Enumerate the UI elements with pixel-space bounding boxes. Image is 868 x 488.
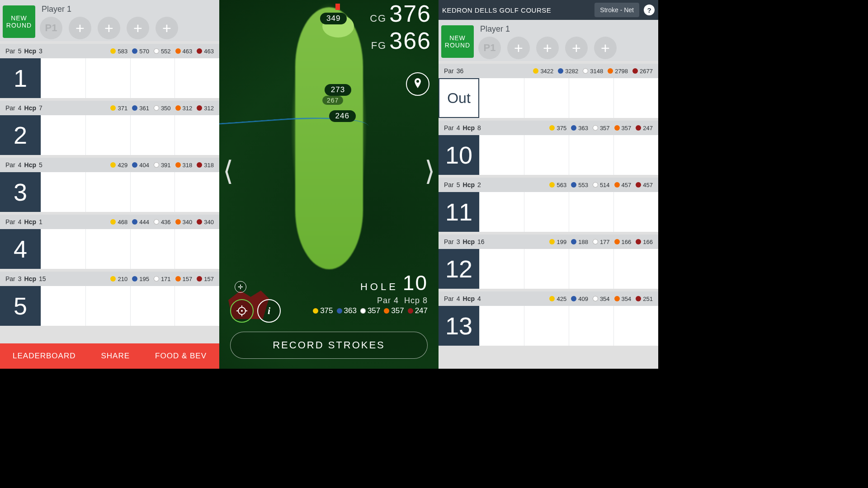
food-bev-button[interactable]: FOOD & BEV [155, 352, 207, 361]
score-cell[interactable] [130, 229, 175, 269]
add-player-button[interactable] [507, 37, 530, 59]
score-cell[interactable] [41, 229, 85, 269]
hole-meta: Par 4 Hcp4 425409354354251 [439, 291, 658, 306]
tee-orange: 357 [384, 306, 404, 315]
tee-dist: 583 [110, 48, 127, 55]
score-cell[interactable] [175, 229, 219, 269]
score-cell[interactable] [41, 58, 85, 98]
score-cell[interactable] [85, 115, 130, 155]
tee-dist: 468 [110, 219, 127, 225]
add-player-button[interactable] [98, 17, 120, 39]
hole-row: Par 4 Hcp4 425409354354251 13 [439, 291, 658, 346]
pin-location-button[interactable] [406, 72, 429, 96]
distance-marker-green[interactable]: 349 [320, 13, 347, 24]
add-player-button[interactable] [156, 17, 178, 39]
next-hole-button[interactable]: ⟩ [425, 155, 435, 187]
score-cell[interactable] [479, 192, 524, 232]
score-cell[interactable] [613, 306, 658, 346]
hole-number-box[interactable]: 5 [0, 286, 41, 326]
gps-target-button[interactable] [230, 299, 254, 323]
score-cell[interactable] [175, 286, 219, 326]
hcp-value: 2 [477, 181, 481, 188]
score-cell[interactable] [613, 249, 658, 289]
score-row: 3 [0, 172, 219, 212]
score-cell[interactable] [479, 249, 524, 289]
add-player-button[interactable] [127, 17, 149, 39]
score-cell[interactable] [479, 135, 524, 175]
leaderboard-button[interactable]: LEADERBOARD [13, 352, 75, 361]
score-cell[interactable] [479, 78, 524, 118]
hole-number-box[interactable]: 3 [0, 172, 41, 212]
hole-number-box[interactable]: 4 [0, 229, 41, 269]
distance-marker-mid1[interactable]: 273 [325, 84, 351, 96]
score-cell[interactable] [613, 135, 658, 175]
score-cell[interactable] [85, 229, 130, 269]
score-cell[interactable] [130, 58, 175, 98]
score-cell[interactable] [569, 78, 613, 118]
add-player-button[interactable] [536, 37, 559, 59]
score-cell[interactable] [85, 172, 130, 212]
score-cell[interactable] [613, 192, 658, 232]
record-strokes-button[interactable]: RECORD STROKES [230, 332, 428, 359]
hole-number-box[interactable]: 12 [439, 249, 479, 289]
share-button[interactable]: SHARE [101, 352, 130, 361]
score-cell[interactable] [613, 78, 658, 118]
score-cell[interactable] [175, 172, 219, 212]
add-player-button[interactable] [565, 37, 588, 59]
tee-dist: 199 [549, 239, 566, 245]
player-column: Player 1 P1 [477, 23, 656, 59]
player-avatar-p1[interactable]: P1 [40, 17, 62, 39]
hcp-label: Hcp [463, 238, 475, 245]
help-button[interactable]: ? [644, 5, 655, 15]
scorecard-front-nine: NEW ROUND Player 1 P1 Par 5 Hcp3 5835705… [0, 0, 219, 369]
score-cell[interactable] [41, 286, 85, 326]
hole-number-box[interactable]: 13 [439, 306, 479, 346]
score-cell[interactable] [85, 58, 130, 98]
score-cell[interactable] [130, 286, 175, 326]
new-round-button[interactable]: NEW ROUND [3, 5, 35, 38]
score-cell[interactable] [175, 58, 219, 98]
scoring-mode-select[interactable]: Stroke - Net [594, 3, 639, 17]
hole-info-button[interactable]: i [257, 299, 281, 323]
score-cell[interactable] [569, 306, 613, 346]
hole-row: Par 4 Hcp5 429404391318318 3 [0, 158, 219, 212]
hole-meta: Par 4 Hcp5 429404391318318 [0, 158, 219, 172]
hole-meta: Par 5 Hcp2 563553514457457 [439, 178, 658, 192]
hole-meta: Par 4 Hcp8 375363357357247 [439, 121, 658, 135]
tee-distances: 210195171157157 [110, 276, 214, 282]
score-cell[interactable] [569, 249, 613, 289]
tee-dist: 171 [154, 276, 171, 282]
score-cell[interactable] [130, 115, 175, 155]
hole-number-box[interactable]: 2 [0, 115, 41, 155]
score-cell[interactable] [85, 286, 130, 326]
score-cell[interactable] [524, 192, 569, 232]
tee-white: 3148 [583, 68, 603, 75]
score-cell[interactable] [41, 115, 85, 155]
score-cell[interactable] [524, 249, 569, 289]
hole-number-box[interactable]: 1 [0, 58, 41, 98]
player-avatar-p1[interactable]: P1 [478, 37, 501, 59]
distance-marker-mid2[interactable]: 246 [329, 110, 356, 122]
add-player-button[interactable] [594, 37, 617, 59]
score-cell[interactable] [479, 306, 524, 346]
prev-hole-button[interactable]: ⟨ [223, 155, 233, 187]
hcp-value: 16 [477, 238, 485, 245]
tee-red: 247 [408, 306, 428, 315]
out-box[interactable]: Out [439, 78, 479, 118]
score-cell[interactable] [524, 135, 569, 175]
score-cell[interactable] [175, 115, 219, 155]
score-cell[interactable] [41, 172, 85, 212]
score-cell[interactable] [130, 172, 175, 212]
svg-point-1 [241, 310, 243, 312]
new-round-button[interactable]: NEW ROUND [441, 25, 474, 58]
par-value: 4 [457, 124, 460, 131]
hole-number-box[interactable]: 11 [439, 192, 479, 232]
score-row: 10 [439, 135, 658, 175]
hcp-value: 7 [39, 104, 42, 112]
score-cell[interactable] [569, 192, 613, 232]
score-cell[interactable] [569, 135, 613, 175]
score-cell[interactable] [524, 78, 569, 118]
score-cell[interactable] [524, 306, 569, 346]
hole-number-box[interactable]: 10 [439, 135, 479, 175]
add-player-button[interactable] [69, 17, 91, 39]
